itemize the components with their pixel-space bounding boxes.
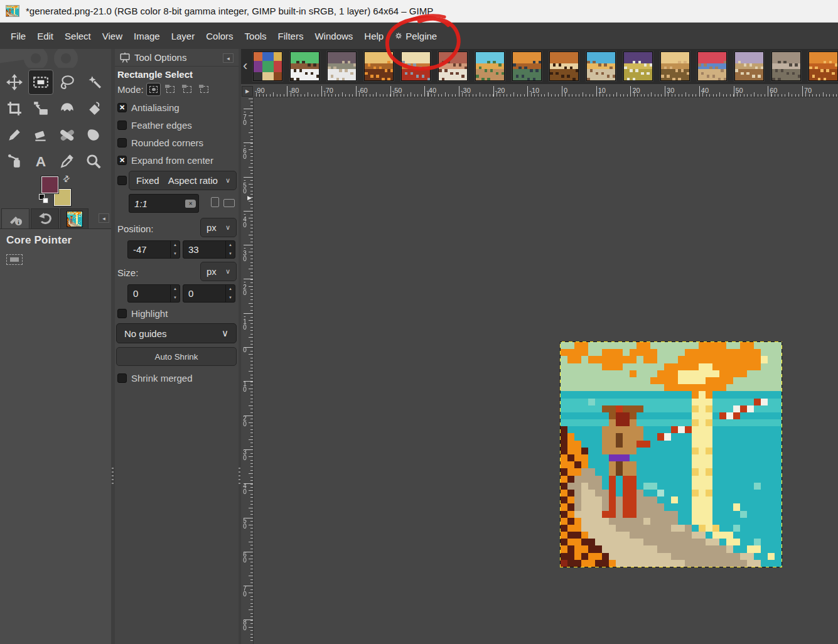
size-width-input[interactable] xyxy=(128,288,170,299)
position-x-input[interactable] xyxy=(128,244,170,255)
menu-item-edit[interactable]: Edit xyxy=(31,27,59,45)
thumb-skull-half-buried[interactable] xyxy=(771,51,801,81)
menu-item-colors[interactable]: Colors xyxy=(200,27,239,45)
thumb-purple-sky-dune[interactable] xyxy=(623,51,653,81)
highlight-checkbox[interactable] xyxy=(117,309,127,318)
thumb-bone-pile[interactable] xyxy=(586,51,616,81)
menu-item-help[interactable]: Help xyxy=(358,27,389,45)
horizontal-ruler[interactable]: -90-80-70-60-50-40-30-20-100102030405060… xyxy=(254,86,838,97)
move-tool[interactable] xyxy=(2,70,27,95)
tool-options-menu-button[interactable]: ◂ xyxy=(223,53,234,63)
fuzzy-select-tool[interactable] xyxy=(81,70,106,95)
rectangle-select-tool[interactable] xyxy=(28,70,53,95)
eraser-tool[interactable] xyxy=(28,122,53,148)
thumb-beggar-red-bucket[interactable] xyxy=(401,51,431,81)
spinner-arrows[interactable]: ▲▼ xyxy=(225,285,235,302)
strip-scroll-left-icon[interactable]: ‹ xyxy=(243,58,247,74)
free-select-tool[interactable] xyxy=(55,70,80,95)
size-unit-value: px xyxy=(207,266,217,277)
thumb-orange-dunes[interactable] xyxy=(808,51,838,81)
text-tool[interactable]: A xyxy=(28,149,53,174)
position-x-spinner[interactable]: ▲▼ xyxy=(127,240,180,259)
thumb-old-man-green[interactable] xyxy=(290,51,320,81)
thumb-beggar-sitting[interactable] xyxy=(364,51,394,81)
ruler-origin-button[interactable]: ▶ xyxy=(242,86,253,97)
tab-pointer-status[interactable]: i xyxy=(1,208,30,228)
thumb-pixel-portrait-grid[interactable] xyxy=(253,51,282,81)
menu-item-image[interactable]: Image xyxy=(128,27,166,45)
thumb-alien-running[interactable] xyxy=(475,51,505,81)
heal-tool[interactable] xyxy=(55,122,80,148)
position-y-input[interactable] xyxy=(183,244,225,255)
size-height-spinner[interactable]: ▲▼ xyxy=(183,284,235,303)
paintbrush-tool[interactable] xyxy=(2,122,27,148)
position-unit-dropdown[interactable]: px ∨ xyxy=(200,218,237,237)
panel-menu-button[interactable]: ◂ xyxy=(99,213,109,223)
aspect-ratio-input[interactable] xyxy=(129,198,185,209)
expand-from-center-checkbox[interactable]: ✕ xyxy=(117,156,127,165)
menu-item-file[interactable]: File xyxy=(5,27,31,45)
spinner-arrows[interactable]: ▲▼ xyxy=(170,285,180,302)
v-ruler-label-30: 30 xyxy=(242,449,252,461)
dock-tabs: i ◂ xyxy=(0,207,111,228)
guides-dropdown[interactable]: No guides ∨ xyxy=(116,323,237,343)
menu-item-select[interactable]: Select xyxy=(59,27,97,45)
menu-item-tools[interactable]: Tools xyxy=(239,27,272,45)
clear-entry-icon[interactable]: ✕ xyxy=(185,200,196,208)
thumb-skull-orange[interactable] xyxy=(549,51,579,81)
thumb-desert-skeleton[interactable] xyxy=(438,51,468,81)
thumb-skull-desert[interactable] xyxy=(660,51,690,81)
thumb-skeleton-sprawled[interactable] xyxy=(512,51,542,81)
default-colors-icon[interactable] xyxy=(39,194,49,204)
feather-edges-checkbox[interactable] xyxy=(117,121,127,130)
shrink-merged-checkbox[interactable] xyxy=(117,373,127,383)
transform-tool[interactable] xyxy=(28,96,53,121)
svg-text:A: A xyxy=(36,153,46,169)
spinner-arrows[interactable]: ▲▼ xyxy=(170,241,180,258)
size-height-input[interactable] xyxy=(183,288,225,299)
mode-replace-button[interactable] xyxy=(146,83,161,96)
mode-label: Mode: xyxy=(117,84,144,95)
fixed-checkbox[interactable] xyxy=(117,176,127,185)
menu-item-pelgine[interactable]: Pelgine xyxy=(389,27,443,45)
menu-item-filters[interactable]: Filters xyxy=(272,27,309,45)
mode-intersect-button[interactable] xyxy=(197,83,212,96)
portrait-orientation-icon[interactable] xyxy=(211,197,219,207)
divider-grip[interactable] xyxy=(112,468,114,484)
mode-subtract-button[interactable] xyxy=(180,83,195,96)
mode-add-button[interactable] xyxy=(163,83,178,96)
rectangle-select-mini-icon xyxy=(6,254,23,265)
ink-tool[interactable] xyxy=(2,149,27,174)
divider-grip[interactable] xyxy=(239,468,240,484)
color-picker-tool[interactable] xyxy=(55,149,80,174)
size-unit-dropdown[interactable]: px ∨ xyxy=(200,262,237,281)
tab-undo-history[interactable] xyxy=(31,208,59,228)
menu-item-windows[interactable]: Windows xyxy=(309,27,358,45)
thumb-skulls-sunset[interactable] xyxy=(697,51,727,81)
thumb-skull-mountains[interactable] xyxy=(734,51,764,81)
canvas-image[interactable] xyxy=(561,342,782,567)
v-ruler-label--40: -40 xyxy=(242,211,252,228)
foreground-color-swatch[interactable] xyxy=(41,176,58,193)
bucket-fill-tool[interactable] xyxy=(81,96,106,121)
tab-image-thumbnail[interactable] xyxy=(60,208,89,228)
thumb-old-man-gray[interactable] xyxy=(327,51,357,81)
crop-tool[interactable] xyxy=(2,96,27,121)
rounded-corners-checkbox[interactable] xyxy=(117,138,127,148)
antialiasing-checkbox[interactable]: ✕ xyxy=(117,103,127,112)
size-width-spinner[interactable]: ▲▼ xyxy=(127,284,180,303)
tool-options-header[interactable]: Tool Options ◂ xyxy=(115,49,239,67)
aspect-ratio-entry[interactable]: ✕ xyxy=(129,194,199,213)
menu-item-layer[interactable]: Layer xyxy=(166,27,201,45)
vertical-ruler[interactable]: -70-60-50-40-30-20-1001020304050607080 xyxy=(241,97,254,644)
fixed-aspect-dropdown[interactable]: Fixed Aspect ratio ∨ xyxy=(129,171,237,190)
zoom-tool[interactable] xyxy=(81,149,106,174)
auto-shrink-button[interactable]: Auto Shrink xyxy=(116,347,237,366)
spinner-arrows[interactable]: ▲▼ xyxy=(225,241,235,258)
smudge-tool[interactable] xyxy=(81,122,106,148)
warp-tool[interactable] xyxy=(55,96,80,121)
position-y-spinner[interactable]: ▲▼ xyxy=(183,240,235,259)
landscape-orientation-icon[interactable] xyxy=(223,199,235,207)
thumb-old-man-gray-image xyxy=(328,52,356,80)
menu-item-view[interactable]: View xyxy=(97,27,128,45)
